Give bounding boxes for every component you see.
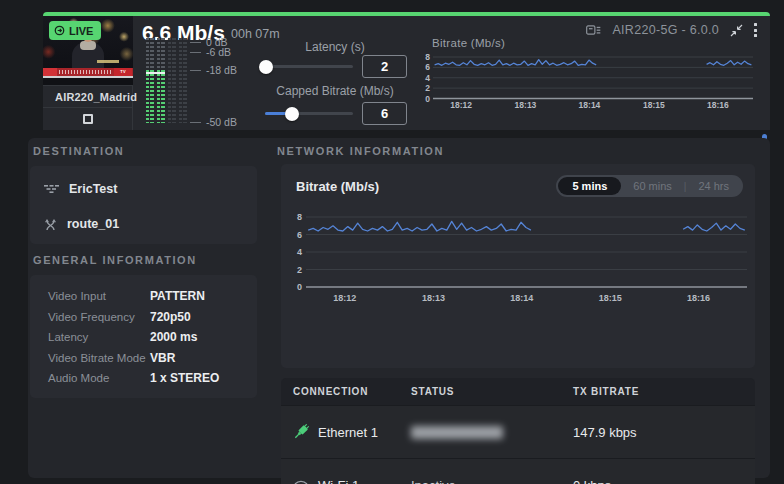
stop-row [43, 107, 133, 130]
svg-text:6: 6 [297, 230, 302, 240]
svg-text:18:15: 18:15 [599, 293, 622, 303]
collapse-icon [730, 24, 743, 37]
svg-text:18:13: 18:13 [422, 293, 445, 303]
meter-fill [146, 70, 154, 123]
svg-text:8: 8 [297, 212, 302, 222]
tab-24-hrs[interactable]: 24 hrs [686, 178, 741, 194]
svg-text:4: 4 [425, 73, 430, 83]
svg-text:18:14: 18:14 [510, 293, 533, 303]
audio-level-meters [146, 38, 187, 123]
status-cell: Inactive [411, 478, 573, 484]
svg-text:18:13: 18:13 [515, 100, 537, 110]
general-info-rows: Video InputPATTERN Video Frequency720p50… [30, 275, 257, 389]
streamhub-icon [44, 183, 59, 195]
ticker-highlight [43, 68, 57, 76]
destination-card: EricTest route_01 [30, 166, 257, 244]
ethernet-plug-icon [293, 424, 309, 440]
collapse-button[interactable] [730, 24, 743, 37]
device-name-row: AIR220_Madrid [43, 85, 133, 107]
network-bitrate-chart: 8642018:1218:1318:1418:1518:16 [286, 205, 751, 309]
destination-item-route[interactable]: route_01 [44, 217, 119, 231]
svg-text:4: 4 [297, 247, 302, 257]
info-row: Video Frequency720p50 [48, 307, 257, 328]
info-value: 1 x STEREO [150, 371, 219, 385]
header-left-column: TV NEWS LIVE [43, 16, 133, 130]
col-tx-bitrate: TX BITRATE [573, 386, 743, 397]
go-live-icon [54, 25, 65, 36]
network-chart-card: Bitrate (Mb/s) 5 mins 60 mins | 24 hrs 8… [281, 164, 755, 368]
svg-text:6: 6 [425, 62, 430, 72]
kebab-menu-icon [754, 23, 757, 37]
info-label: Latency [48, 331, 150, 343]
header-bitrate-chart: 8642018:1218:1318:1418:1518:16 [421, 50, 758, 112]
tx-bitrate-cell: 0 kbps [573, 478, 743, 484]
info-label: Video Input [48, 290, 150, 302]
meter-peak-indicator [146, 72, 165, 74]
meter-right-a [168, 38, 176, 123]
network-card-header: Bitrate (Mb/s) 5 mins 60 mins | 24 hrs [296, 175, 743, 197]
info-value: PATTERN [150, 289, 205, 303]
svg-text:2: 2 [297, 265, 302, 275]
news-ticker: TV NEWS [43, 68, 133, 76]
transmitter-icon [586, 25, 601, 35]
table-row-ethernet-1: Ethernet 1 147.9 kbps [281, 405, 755, 458]
svg-text:18:15: 18:15 [643, 100, 665, 110]
tx-bitrate-cell: 147.9 kbps [573, 425, 743, 440]
col-status: STATUS [411, 386, 573, 397]
capped-bitrate-label: Capped Bitrate (Mb/s) [240, 84, 430, 98]
db-tick: -50 dB [190, 116, 237, 128]
header-title-row: AIR220-5G - 6.0.0 [586, 23, 757, 37]
device-model-version: AIR220-5G - 6.0.0 [612, 23, 719, 37]
reporter-scarf [80, 41, 96, 50]
capped-bitrate-slider-handle[interactable] [285, 107, 299, 121]
destination-item-streamhub[interactable]: EricTest [44, 182, 117, 196]
table-row-wifi-1: Wi-Fi 1 Inactive 0 kbps [281, 458, 755, 484]
svg-text:18:14: 18:14 [579, 100, 601, 110]
svg-text:18:16: 18:16 [687, 293, 710, 303]
db-label: -6 dB [206, 46, 231, 58]
connection-cell: Ethernet 1 [293, 424, 411, 440]
capped-bitrate-value[interactable]: 6 [362, 102, 407, 125]
info-row: Video InputPATTERN [48, 286, 257, 307]
table-header-row: CONNECTION STATUS TX BITRATE [281, 378, 755, 405]
tab-60-mins[interactable]: 60 mins [621, 178, 684, 194]
latency-slider-handle[interactable] [259, 60, 273, 74]
info-row: Audio Mode1 x STEREO [48, 368, 257, 389]
latency-slider[interactable] [265, 65, 353, 68]
connections-table: CONNECTION STATUS TX BITRATE [281, 378, 755, 484]
network-chart-title: Bitrate (Mb/s) [296, 179, 379, 194]
wifi-icon [293, 477, 309, 484]
header-chart-title: Bitrate (Mb/s) [432, 37, 505, 49]
capped-bitrate-slider[interactable] [265, 112, 353, 115]
svg-text:8: 8 [425, 52, 430, 62]
more-menu-button[interactable] [754, 23, 757, 37]
live-header: TV NEWS LIVE [43, 12, 770, 130]
db-tick: -18 dB [190, 64, 237, 76]
meter-left-a [146, 38, 154, 123]
svg-text:18:12: 18:12 [333, 293, 356, 303]
ticker-text [59, 70, 113, 74]
status-cell [411, 426, 573, 439]
db-label: -50 dB [206, 116, 237, 128]
connection-cell: Wi-Fi 1 [293, 477, 411, 484]
info-label: Video Frequency [48, 311, 150, 323]
live-badge: LIVE [49, 21, 101, 40]
stop-button[interactable] [83, 114, 93, 124]
latency-label: Latency (s) [240, 40, 430, 54]
app-root: TV NEWS LIVE [0, 0, 784, 484]
db-label: -18 dB [206, 64, 237, 76]
thumb-footer [43, 78, 133, 85]
destination-label: EricTest [69, 182, 117, 196]
info-value: VBR [150, 351, 175, 365]
time-range-tabs: 5 mins 60 mins | 24 hrs [556, 175, 743, 197]
route-icon [44, 217, 57, 231]
live-badge-label: LIVE [69, 25, 93, 37]
general-info-card: Video InputPATTERN Video Frequency720p50… [30, 275, 257, 398]
info-row: Latency2000 ms [48, 327, 257, 348]
live-thumbnail: TV NEWS LIVE [43, 16, 133, 85]
tab-5-mins[interactable]: 5 mins [558, 177, 621, 195]
device-name: AIR220_Madrid [55, 91, 137, 103]
svg-text:18:16: 18:16 [707, 100, 729, 110]
meter-right-b [179, 38, 187, 123]
latency-value[interactable]: 2 [362, 55, 407, 78]
